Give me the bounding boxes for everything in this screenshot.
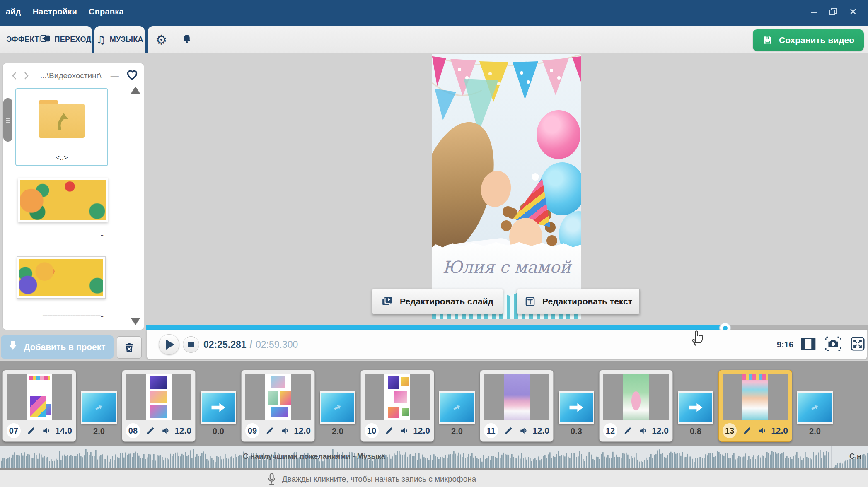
file-thumbnail-2[interactable] xyxy=(17,256,106,299)
total-time: 02:59.300 xyxy=(256,339,298,350)
edit-pencil-icon[interactable] xyxy=(742,426,752,436)
timeline-slide-10[interactable]: 10 12.0 xyxy=(360,370,434,442)
speaker-icon[interactable] xyxy=(758,426,767,436)
file-caption-2: -----------------------------------... xyxy=(3,311,144,318)
streak-arrow-icon xyxy=(452,403,462,412)
delete-button[interactable] xyxy=(117,336,142,359)
video-editor-window: айд Настройки Справка ЭФФЕКТЫ ПЕРЕХОД ♫ … xyxy=(0,0,868,487)
scrollbar-grip xyxy=(6,118,10,123)
transition-5[interactable]: 0.3 xyxy=(559,391,594,436)
slide-number: 07 xyxy=(7,423,21,438)
back-button[interactable] xyxy=(8,70,20,82)
timeline-slide-08[interactable]: 08 12.0 xyxy=(122,370,196,442)
seek-bar-fill xyxy=(146,325,724,330)
seek-bar[interactable] xyxy=(146,325,868,330)
speaker-icon[interactable] xyxy=(638,426,648,436)
transition-6[interactable]: 0.8 xyxy=(678,391,713,436)
playback-bar: 02:25.281 / 02:59.300 9:16 xyxy=(147,330,868,360)
speaker-icon[interactable] xyxy=(42,426,51,436)
slide-duration: 12.0 xyxy=(771,426,788,436)
gear-icon[interactable]: ⚙ xyxy=(155,32,167,48)
stop-button[interactable] xyxy=(183,336,199,353)
timeline-slide-12[interactable]: 12 12.0 xyxy=(599,370,673,442)
save-video-label: Сохранить видео xyxy=(779,35,854,45)
audio-track[interactable]: С наилучшими пожеланиями - Музыка С н xyxy=(0,446,868,468)
slide-number: 10 xyxy=(365,423,379,438)
forward-button[interactable] xyxy=(20,70,33,82)
streak-arrow-icon xyxy=(810,403,820,412)
transition-3[interactable]: 2.0 xyxy=(320,391,355,436)
timeline-slide-07[interactable]: 07 14.0 xyxy=(2,370,76,442)
music-track-label: С наилучшими пожеланиями - Музыка xyxy=(243,452,385,461)
current-folder-path: ...\Видеохостинг\ xyxy=(40,71,102,80)
transition-4[interactable]: 2.0 xyxy=(439,391,475,436)
edit-pencil-icon[interactable] xyxy=(623,426,633,436)
menu-help[interactable]: Справка xyxy=(83,0,130,24)
fullscreen-icon[interactable] xyxy=(851,337,865,352)
transition-icon xyxy=(40,34,50,45)
arrow-right-icon xyxy=(688,403,703,412)
parent-folder-item[interactable]: <..> xyxy=(15,88,108,166)
tab-music[interactable]: ♫ МУЗЫКА xyxy=(94,26,145,53)
slide-number: 13 xyxy=(723,423,737,438)
edit-pencil-icon[interactable] xyxy=(384,426,394,436)
favorites-heart-icon[interactable] xyxy=(126,69,139,83)
restore-icon xyxy=(829,7,838,16)
save-video-button[interactable]: Сохранить видео xyxy=(753,29,864,51)
slide-thumbnail xyxy=(742,374,768,420)
slide-duration: 12.0 xyxy=(652,426,669,436)
speaker-icon[interactable] xyxy=(161,426,171,436)
minimize-icon xyxy=(810,7,818,16)
close-icon xyxy=(849,7,857,16)
trash-icon xyxy=(123,341,135,354)
speaker-icon[interactable] xyxy=(400,426,409,436)
time-display: 02:25.281 / 02:59.300 xyxy=(203,330,298,359)
speaker-icon[interactable] xyxy=(280,426,290,436)
play-button[interactable] xyxy=(159,334,179,355)
file-thumbnail-1[interactable] xyxy=(18,178,108,222)
transition-2[interactable]: 0.0 xyxy=(201,391,236,436)
add-to-project-label: Добавить в проект xyxy=(24,342,105,352)
edit-text-button[interactable]: Редактировать текст xyxy=(517,289,640,314)
timeline-slide-09[interactable]: 09 12.0 xyxy=(241,370,315,442)
menu-slide[interactable]: айд xyxy=(0,0,27,24)
stop-icon xyxy=(188,342,194,347)
edit-slide-button[interactable]: Редактировать слайд xyxy=(372,289,503,314)
timeline: 07 14.0 2.0 08 12.0 xyxy=(0,360,868,448)
sidebar-scroll-down[interactable] xyxy=(131,318,140,325)
tab-transitions-label: ПЕРЕХОД xyxy=(54,35,91,44)
edit-pencil-icon[interactable] xyxy=(504,426,513,436)
sidebar-scroll-up[interactable] xyxy=(131,87,140,94)
sidebar-scrollbar-thumb[interactable] xyxy=(3,98,12,142)
music-note-icon: ♫ xyxy=(96,34,106,46)
edit-pencil-icon[interactable] xyxy=(146,426,155,436)
slide-number: 12 xyxy=(603,423,617,438)
transition-7[interactable]: 2.0 xyxy=(797,391,833,436)
microphone-icon xyxy=(267,473,276,485)
transition-duration: 2.0 xyxy=(451,427,463,436)
minimize-button[interactable] xyxy=(808,6,820,17)
edit-pencil-icon[interactable] xyxy=(27,426,36,436)
menu-settings[interactable]: Настройки xyxy=(27,0,83,24)
chevron-right-icon xyxy=(23,71,30,80)
restore-button[interactable] xyxy=(827,6,839,17)
snapshot-icon[interactable] xyxy=(825,336,841,353)
current-time: 02:25.281 xyxy=(203,339,247,350)
timeline-slide-11[interactable]: 11 12.0 xyxy=(480,370,554,442)
format-bars-icon[interactable] xyxy=(801,338,816,352)
add-to-project-button[interactable]: Добавить в проект xyxy=(1,335,114,359)
arrow-right-icon xyxy=(211,403,226,412)
close-button[interactable] xyxy=(847,6,859,17)
slide-thumbnail xyxy=(265,374,291,420)
edit-pencil-icon[interactable] xyxy=(265,426,275,436)
slide-preview: Юлия с мамой xyxy=(432,54,581,319)
speaker-icon[interactable] xyxy=(519,426,529,436)
microphone-bar[interactable]: Дважды кликните, чтобы начать запись с м… xyxy=(0,470,868,487)
transition-duration: 0.0 xyxy=(213,427,224,436)
timeline-slide-13-selected[interactable]: 13 12.0 xyxy=(718,370,792,442)
bell-icon[interactable] xyxy=(181,34,192,46)
save-icon xyxy=(762,35,773,46)
tab-transitions[interactable]: ПЕРЕХОД xyxy=(40,26,92,53)
hat-pompom xyxy=(532,173,539,181)
transition-1[interactable]: 2.0 xyxy=(81,391,117,436)
